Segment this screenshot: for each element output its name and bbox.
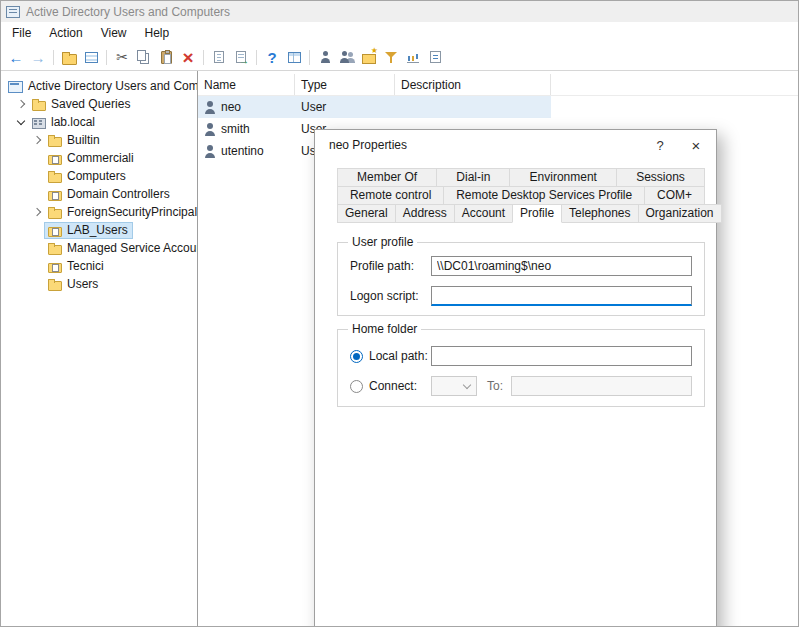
tree-item-label: lab.local — [51, 115, 95, 129]
expander-icon[interactable] — [31, 242, 43, 254]
tree-item-builtin[interactable]: Builtin — [1, 131, 197, 149]
expander-icon[interactable] — [31, 134, 43, 146]
tree-item-lab-users[interactable]: LAB_Users — [1, 221, 197, 239]
local-path-radio[interactable] — [350, 350, 363, 363]
profile-path-input[interactable] — [431, 256, 692, 276]
sep-icon — [203, 50, 204, 65]
tab-row-3: GeneralAddressAccountProfileTelephonesOr… — [337, 204, 705, 223]
column-header-name[interactable]: Name — [198, 74, 295, 95]
copy-button[interactable] — [133, 46, 155, 68]
menu-view[interactable]: View — [92, 23, 136, 43]
filter-button[interactable] — [380, 46, 402, 68]
profile-path-label: Profile path: — [350, 259, 431, 273]
expander-icon[interactable] — [31, 188, 43, 200]
neo-properties-dialog: neo Properties ? × Member OfDial-inEnvir… — [314, 129, 717, 627]
task-button[interactable] — [424, 46, 446, 68]
forward-button[interactable] — [27, 46, 49, 68]
connect-radio[interactable] — [350, 380, 363, 393]
tree-node-icon — [31, 115, 47, 129]
cut-icon — [116, 49, 128, 65]
tree-item-users[interactable]: Users — [1, 275, 197, 293]
expander-icon[interactable] — [31, 152, 43, 164]
tree-node-icon — [47, 277, 63, 291]
properties-button[interactable] — [208, 46, 230, 68]
tab-address[interactable]: Address — [395, 204, 455, 223]
delete-button[interactable] — [177, 46, 199, 68]
delete-icon — [182, 48, 193, 67]
tree-item-managed-service-accoun[interactable]: Managed Service Accoun — [1, 239, 197, 257]
tree-item-label: Active Directory Users and Com — [28, 79, 197, 93]
expander-icon[interactable] — [31, 206, 43, 218]
tree-item-active-directory-users-and-com[interactable]: Active Directory Users and Com — [1, 77, 197, 95]
cut-button[interactable] — [111, 46, 133, 68]
tree-item-computers[interactable]: Computers — [1, 167, 197, 185]
new-ou-button[interactable] — [358, 46, 380, 68]
tab-sessions[interactable]: Sessions — [616, 168, 705, 187]
tree-item-lab-local[interactable]: lab.local — [1, 113, 197, 131]
tree-node-icon — [31, 97, 47, 111]
row-name: smith — [221, 122, 250, 136]
paste-button[interactable] — [155, 46, 177, 68]
expander-icon[interactable] — [31, 170, 43, 182]
drive-letter-select[interactable] — [431, 376, 477, 396]
list-row-neo[interactable]: neo User — [198, 96, 551, 118]
window-title: Active Directory Users and Computers — [26, 5, 230, 19]
expander-icon[interactable] — [15, 98, 27, 110]
tab-member-of[interactable]: Member Of — [337, 168, 437, 187]
user-icon — [204, 145, 216, 158]
tab-organization[interactable]: Organization — [638, 204, 722, 223]
refresh-button[interactable] — [230, 46, 252, 68]
tab-general[interactable]: General — [337, 204, 396, 223]
sep-icon — [309, 50, 310, 65]
to-label: To: — [487, 379, 503, 393]
dialog-close-button[interactable]: × — [676, 130, 716, 160]
menu-file[interactable]: File — [3, 23, 40, 43]
tree-item-tecnici[interactable]: Tecnici — [1, 257, 197, 275]
logon-script-input[interactable] — [431, 286, 692, 306]
home-folder-group: Home folder Local path: Connect: To: — [337, 329, 705, 407]
refresh-icon — [236, 51, 246, 63]
row-name: utentino — [221, 144, 264, 158]
tree-item-foreignsecurityprincipals[interactable]: ForeignSecurityPrincipals — [1, 203, 197, 221]
local-path-input[interactable] — [431, 346, 692, 366]
menu-action[interactable]: Action — [40, 23, 91, 43]
tab-telephones[interactable]: Telephones — [561, 204, 638, 223]
list-header: NameTypeDescription — [198, 74, 798, 96]
toolbar-separator — [199, 46, 208, 68]
task-icon — [430, 51, 441, 63]
tab-profile[interactable]: Profile — [512, 204, 562, 223]
tab-com[interactable]: COM+ — [644, 186, 705, 205]
advanced-button[interactable] — [402, 46, 424, 68]
tab-remote-control[interactable]: Remote control — [337, 186, 444, 205]
column-header-type[interactable]: Type — [295, 74, 395, 95]
expander-icon[interactable] — [31, 278, 43, 290]
tree-item-saved-queries[interactable]: Saved Queries — [1, 95, 197, 113]
tree-item-domain-controllers[interactable]: Domain Controllers — [1, 185, 197, 203]
help-button[interactable] — [261, 46, 283, 68]
console-tree-button[interactable] — [58, 46, 80, 68]
connect-to-input[interactable] — [511, 376, 692, 396]
dialog-help-button[interactable]: ? — [644, 130, 676, 160]
back-button[interactable] — [5, 46, 27, 68]
column-header-description[interactable]: Description — [395, 74, 551, 95]
tree-item-label: Builtin — [67, 133, 100, 147]
row-name: neo — [221, 100, 241, 114]
expander-icon[interactable] — [31, 224, 43, 236]
tab-account[interactable]: Account — [454, 204, 513, 223]
forward-icon — [31, 49, 46, 66]
new-group-button[interactable] — [336, 46, 358, 68]
tree-node-icon — [47, 205, 63, 219]
tree-item-commerciali[interactable]: Commerciali — [1, 149, 197, 167]
menu-help[interactable]: Help — [136, 23, 179, 43]
tab-remote-desktop-services-profile[interactable]: Remote Desktop Services Profile — [443, 186, 645, 205]
export-list-button[interactable] — [80, 46, 102, 68]
tab-dial-in[interactable]: Dial-in — [436, 168, 510, 187]
new-user-button[interactable] — [314, 46, 336, 68]
expander-icon[interactable] — [31, 260, 43, 272]
property-sheet-button[interactable] — [283, 46, 305, 68]
expander-icon[interactable] — [15, 116, 27, 128]
toolbar — [1, 44, 798, 71]
tab-environment[interactable]: Environment — [509, 168, 617, 187]
advanced-icon — [407, 51, 419, 63]
tree-node-icon — [47, 259, 63, 273]
